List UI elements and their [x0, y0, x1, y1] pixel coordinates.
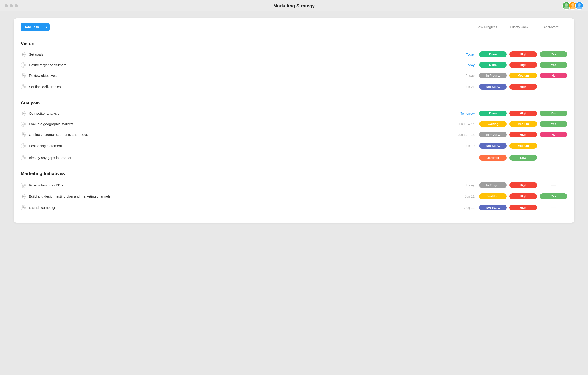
task-progress-badge[interactable]: Done [479, 62, 507, 68]
task-priority-badge[interactable]: High [509, 110, 537, 116]
task-row[interactable]: Evaluate geographic marketsJun 10 – 14Wa… [21, 119, 567, 129]
task-row[interactable]: Competitor analysisTomorrowDoneHighYes [21, 108, 567, 119]
task-meta: In Progr...MediumNo [479, 73, 567, 78]
column-headers: Task Progress Priority Rank Approved? [471, 25, 567, 29]
svg-point-2 [571, 3, 574, 6]
task-priority-badge[interactable]: High [509, 62, 537, 68]
task-approved-badge[interactable]: — [540, 83, 567, 90]
task-priority-badge[interactable]: Medium [509, 73, 537, 78]
task-meta: DoneHighYes [479, 110, 567, 116]
section-header-0: Vision [21, 38, 567, 48]
task-checkbox-icon[interactable] [21, 183, 26, 188]
task-row[interactable]: Launch campaignAug 12Not Star...High— [21, 202, 567, 214]
task-container: Add Task ▾ Task Progress Priority Rank A… [14, 18, 574, 223]
task-meta: DoneHighYes [479, 62, 567, 68]
task-approved-badge[interactable]: Yes [540, 52, 567, 57]
page-title: Marketing Strategy [273, 3, 315, 9]
col-header-approved: Approved? [535, 25, 567, 29]
task-row[interactable]: Identify any gaps in productDeferredLow— [21, 152, 567, 164]
task-date: Friday [447, 74, 474, 77]
task-approved-badge[interactable]: — [540, 204, 567, 211]
task-row[interactable]: Set final deliverablesJun 21Not Star...H… [21, 81, 567, 93]
task-checkbox-icon[interactable] [21, 143, 26, 149]
task-progress-badge[interactable]: In Progr... [479, 132, 507, 137]
task-progress-badge[interactable]: Done [479, 52, 507, 57]
task-progress-badge[interactable]: Waiting [479, 193, 507, 199]
traffic-light-minimize[interactable] [10, 4, 13, 7]
task-checkbox-icon[interactable] [21, 63, 26, 68]
task-meta: Not Star...High— [479, 83, 567, 90]
task-priority-badge[interactable]: High [509, 132, 537, 137]
task-name: Outline customer segments and needs [29, 133, 447, 137]
title-bar: Marketing Strategy [0, 0, 588, 11]
task-meta: In Progr...High— [479, 182, 567, 189]
task-date: Jun 10 – 14 [447, 133, 474, 137]
section-title-0: Vision [21, 41, 34, 46]
task-checkbox-icon[interactable] [21, 194, 26, 199]
task-priority-badge[interactable]: High [509, 205, 537, 211]
task-checkbox-icon[interactable] [21, 122, 26, 127]
task-checkbox-icon[interactable] [21, 155, 26, 161]
task-progress-badge[interactable]: Done [479, 110, 507, 116]
task-checkbox-icon[interactable] [21, 52, 26, 57]
task-priority-badge[interactable]: High [509, 182, 537, 188]
task-priority-badge[interactable]: Medium [509, 121, 537, 127]
task-priority-badge[interactable]: High [509, 193, 537, 199]
section-title-1: Analysis [21, 100, 40, 105]
task-date: Tomorrow [447, 112, 474, 115]
task-approved-badge[interactable]: No [540, 73, 567, 78]
task-progress-badge[interactable]: Deferred [479, 155, 507, 161]
task-checkbox-icon[interactable] [21, 84, 26, 89]
section-header-2: Marketing Initiatives [21, 168, 567, 178]
task-approved-badge[interactable]: — [540, 182, 567, 189]
task-priority-badge[interactable]: High [509, 84, 537, 90]
svg-point-5 [577, 6, 582, 10]
traffic-light-close[interactable] [5, 4, 8, 7]
task-approved-badge[interactable]: — [540, 154, 567, 161]
task-progress-badge[interactable]: In Progr... [479, 73, 507, 78]
task-date: Friday [447, 183, 474, 187]
task-name: Review business KPIs [29, 183, 447, 187]
task-approved-badge[interactable]: Yes [540, 110, 567, 116]
task-checkbox-icon[interactable] [21, 132, 26, 137]
add-task-dropdown-button[interactable]: ▾ [43, 23, 50, 31]
task-row[interactable]: Review objectivesFridayIn Progr...Medium… [21, 70, 567, 81]
section-title-2: Marketing Initiatives [21, 171, 65, 176]
task-priority-badge[interactable]: Low [509, 155, 537, 161]
svg-point-0 [565, 3, 568, 6]
task-checkbox-icon[interactable] [21, 73, 26, 78]
task-approved-badge[interactable]: — [540, 142, 567, 149]
traffic-light-maximize[interactable] [15, 4, 18, 7]
task-progress-badge[interactable]: Not Star... [479, 143, 507, 149]
avatar-3[interactable] [575, 2, 583, 10]
task-checkbox-icon[interactable] [21, 111, 26, 116]
task-date: Today [447, 63, 474, 67]
task-priority-badge[interactable]: Medium [509, 143, 537, 149]
task-approved-badge[interactable]: Yes [540, 121, 567, 127]
task-row[interactable]: Set goalsTodayDoneHighYes [21, 49, 567, 60]
svg-point-3 [570, 6, 575, 10]
task-progress-badge[interactable]: Not Star... [479, 84, 507, 90]
task-approved-badge[interactable]: Yes [540, 193, 567, 199]
task-checkbox-icon[interactable] [21, 205, 26, 210]
svg-point-1 [564, 6, 569, 10]
task-row[interactable]: Outline customer segments and needsJun 1… [21, 129, 567, 140]
task-row[interactable]: Define target consumersTodayDoneHighYes [21, 60, 567, 70]
task-priority-badge[interactable]: High [509, 52, 537, 57]
task-progress-badge[interactable]: Not Star... [479, 205, 507, 211]
task-progress-badge[interactable]: In Progr... [479, 182, 507, 188]
col-header-priority: Priority Rank [503, 25, 535, 29]
task-row[interactable]: Review business KPIsFridayIn Progr...Hig… [21, 179, 567, 191]
add-task-button[interactable]: Add Task [21, 23, 43, 31]
task-name: Launch campaign [29, 206, 447, 210]
task-progress-badge[interactable]: Waiting [479, 121, 507, 127]
task-row[interactable]: Positioning statementJun 19Not Star...Me… [21, 140, 567, 152]
task-name: Set goals [29, 52, 447, 56]
task-row[interactable]: Build and design testing plan and market… [21, 191, 567, 202]
task-name: Identify any gaps in product [29, 156, 447, 160]
task-approved-badge[interactable]: No [540, 132, 567, 137]
task-meta: In Progr...HighNo [479, 132, 567, 137]
task-name: Competitor analysis [29, 111, 447, 115]
section-0: VisionSet goalsTodayDoneHighYesDefine ta… [21, 38, 567, 93]
task-approved-badge[interactable]: Yes [540, 62, 567, 68]
